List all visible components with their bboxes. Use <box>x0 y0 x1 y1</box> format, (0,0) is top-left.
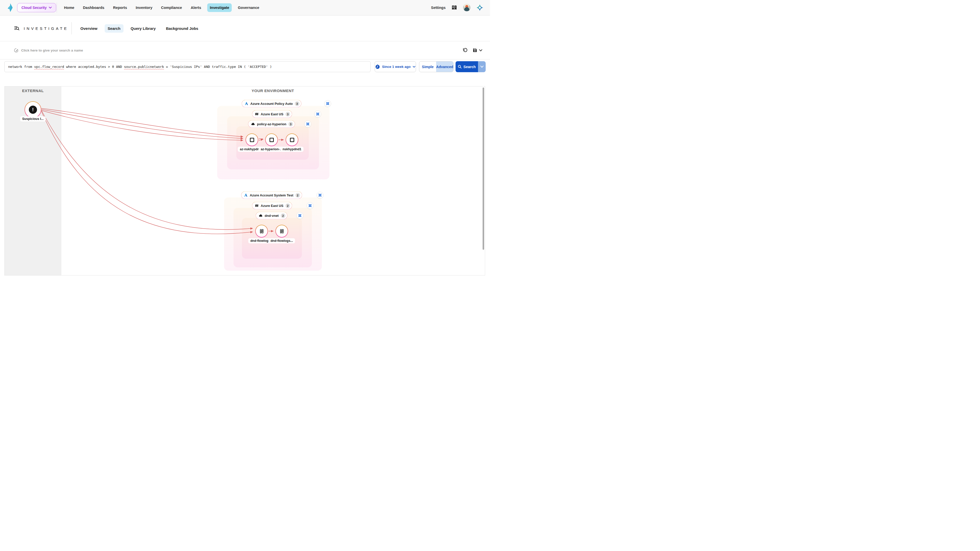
undo-icon[interactable] <box>463 48 468 53</box>
investigate-tabs: Overview Search Query Library Background… <box>77 24 201 33</box>
investigate-header-bar: INVESTIGATE Overview Search Query Librar… <box>0 16 490 41</box>
alert-icon: ! <box>29 106 37 114</box>
vm-node[interactable] <box>245 133 258 146</box>
investigate-search-icon <box>14 25 20 32</box>
nav-item-reports[interactable]: Reports <box>110 3 130 12</box>
nav-item-dashboards[interactable]: Dashboards <box>80 3 107 12</box>
account-group-pill[interactable]: Azure Account System Test 2 <box>241 192 302 199</box>
search-icon <box>458 65 462 68</box>
query-text: network from <box>8 65 34 68</box>
node-label: dnd-flowlogs... <box>269 238 295 243</box>
azure-icon <box>244 193 248 197</box>
count-badge: 2 <box>285 203 290 208</box>
save-menu-chevron-icon[interactable] <box>479 49 482 52</box>
clock-icon <box>375 64 380 69</box>
collapse-vnet-button[interactable] <box>297 212 304 219</box>
vnet-group-pill[interactable]: dnd-vnet 2 <box>256 212 287 219</box>
ai-sparkle-icon[interactable] <box>476 4 484 11</box>
edit-pencil-icon <box>14 48 19 53</box>
query-text-flagged: source.publicnetwork <box>124 65 164 68</box>
query-row: network from vpc.flow_record where accep… <box>0 59 490 86</box>
settings-button[interactable]: Settings <box>431 6 445 10</box>
region-group-pill[interactable]: Azure East US 2 <box>252 202 292 210</box>
flowlog-columns-icon <box>280 229 284 233</box>
time-range-dropdown[interactable]: Since 1 week ago <box>375 61 416 72</box>
vm-node[interactable] <box>265 133 278 146</box>
vm-node[interactable] <box>286 133 298 146</box>
vm-icon <box>290 138 294 142</box>
nav-right-actions: Settings <box>431 4 484 11</box>
mode-simple-button[interactable]: Simple <box>419 62 436 72</box>
external-zone-title: EXTERNAL <box>22 89 44 93</box>
nav-item-home[interactable]: Home <box>62 3 77 12</box>
nav-item-compliance[interactable]: Compliance <box>159 3 185 12</box>
nav-item-inventory[interactable]: Inventory <box>133 3 155 12</box>
search-name-input[interactable]: Click here to give your search a name <box>14 48 83 53</box>
count-badge: 3 <box>295 101 299 106</box>
vertical-scrollbar[interactable] <box>483 87 484 250</box>
count-badge: 2 <box>281 213 285 218</box>
tab-overview[interactable]: Overview <box>77 24 100 33</box>
search-split-button: Search <box>455 61 486 72</box>
search-name-placeholder: Click here to give your search a name <box>21 48 83 52</box>
query-text: where accepted.bytes > 0 AND <box>64 65 124 68</box>
search-options-chevron[interactable] <box>478 61 486 72</box>
region-icon <box>255 112 259 116</box>
chevron-down-icon <box>413 66 415 68</box>
top-navbar: Cloud Security Home Dashboards Reports I… <box>0 0 490 16</box>
collapse-region-button[interactable] <box>314 111 321 118</box>
count-badge: 2 <box>295 193 300 197</box>
mode-advanced-button[interactable]: Advanced <box>436 62 453 72</box>
search-name-actions <box>463 48 482 53</box>
tab-search[interactable]: Search <box>105 24 124 33</box>
azure-icon <box>245 102 248 106</box>
product-switcher-dropdown[interactable]: Cloud Security <box>17 3 56 12</box>
cloud-icon <box>259 214 262 218</box>
collapse-vnet-button[interactable] <box>304 121 311 127</box>
tab-background-jobs[interactable]: Background Jobs <box>163 24 201 33</box>
vm-icon <box>269 138 274 142</box>
title-divider <box>72 22 72 35</box>
count-badge: 3 <box>285 112 290 116</box>
user-avatar[interactable] <box>463 4 471 11</box>
node-label: nskhypdnd1 <box>280 147 304 152</box>
tab-query-library[interactable]: Query Library <box>127 24 159 33</box>
search-name-row: Click here to give your search a name <box>0 41 490 59</box>
account-group-pill[interactable]: Azure Account Policy Auto 3 <box>242 100 301 107</box>
flowlog-columns-icon <box>259 229 264 233</box>
main-nav: Home Dashboards Reports Inventory Compli… <box>62 3 262 12</box>
vnet-group-pill[interactable]: policy-az-hyperion 3 <box>248 121 295 128</box>
collapse-account-button[interactable] <box>325 100 331 107</box>
collapse-region-button[interactable] <box>307 202 313 209</box>
query-text: = 'Suspicious IPs' AND traffic.type IN (… <box>164 65 272 68</box>
query-input[interactable]: network from vpc.flow_record where accep… <box>4 61 371 72</box>
search-button-label: Search <box>463 65 476 69</box>
nav-divider <box>57 3 57 13</box>
save-icon[interactable] <box>473 48 482 53</box>
chevron-down-icon <box>49 6 52 9</box>
cloud-icon <box>251 122 255 126</box>
region-icon <box>255 204 259 208</box>
query-text-flagged: vpc.flow_record <box>34 65 64 68</box>
uptycs-logo[interactable] <box>7 3 14 12</box>
environment-zone-title: YOUR ENVIRONMENT <box>251 89 294 93</box>
nav-item-governance[interactable]: Governance <box>235 3 262 12</box>
count-badge: 3 <box>288 122 293 126</box>
flowlog-node[interactable] <box>255 225 268 238</box>
nav-item-alerts[interactable]: Alerts <box>188 3 204 12</box>
node-label: Suspicious I... <box>20 116 46 121</box>
attack-path-graph[interactable]: EXTERNAL YOUR ENVIRONMENT <box>4 86 485 275</box>
search-button[interactable]: Search <box>455 61 478 72</box>
region-group-pill[interactable]: Azure East US 3 <box>252 110 292 118</box>
cloud-security-app: Cloud Security Home Dashboards Reports I… <box>0 0 490 275</box>
page-title: INVESTIGATE <box>24 26 68 30</box>
docs-book-icon[interactable] <box>451 5 457 11</box>
suspicious-ip-node[interactable]: ! <box>24 101 41 118</box>
collapse-account-button[interactable] <box>317 192 324 199</box>
flowlog-node[interactable] <box>275 225 288 238</box>
query-mode-toggle: Simple Advanced <box>419 61 453 72</box>
nav-item-investigate[interactable]: Investigate <box>207 3 232 12</box>
time-range-label: Since 1 week ago <box>382 65 410 68</box>
product-switcher-label: Cloud Security <box>21 6 47 10</box>
vm-icon <box>250 138 254 142</box>
